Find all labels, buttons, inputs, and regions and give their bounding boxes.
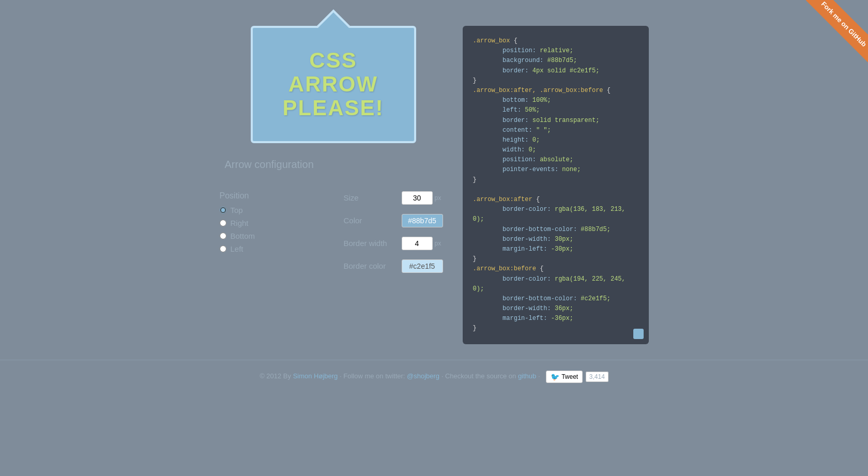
position-label: Position	[220, 191, 323, 201]
github-ribbon-link[interactable]: Fork me on GitHub	[806, 0, 868, 62]
radio-right-input[interactable]	[220, 220, 226, 226]
radio-bottom[interactable]: Bottom	[220, 232, 323, 240]
border-color-field-row: Border color	[344, 259, 447, 273]
footer-twitter-link[interactable]: @shojberg	[407, 372, 439, 380]
code-panel: .arrow_box { position: relative; backgro…	[463, 26, 649, 344]
left-area: CSS ARROW PLEASE! Arrow configuration Po…	[220, 26, 447, 293]
main-area: CSS ARROW PLEASE! Arrow configuration Po…	[220, 26, 649, 344]
radio-left[interactable]: Left	[220, 244, 323, 253]
config-section-title: Arrow configuration	[225, 159, 314, 171]
border-width-label: Border width	[344, 239, 395, 248]
footer-author-link[interactable]: Simon Højberg	[293, 372, 338, 380]
border-width-unit: px	[435, 240, 441, 247]
footer-checkout-text: · Checkout the source on	[441, 372, 518, 380]
radio-bottom-label: Bottom	[231, 232, 255, 240]
footer-github-link[interactable]: github	[518, 372, 536, 380]
arrow-box-container: CSS ARROW PLEASE!	[251, 26, 416, 143]
border-width-input-group: px	[402, 237, 441, 250]
radio-right[interactable]: Right	[220, 219, 323, 227]
tweet-button[interactable]: 🐦 Tweet	[546, 371, 583, 383]
size-field-row: Size px	[344, 191, 447, 205]
copy-icon[interactable]	[633, 329, 644, 339]
border-width-field-row: Border width px	[344, 237, 447, 250]
twitter-bird-icon: 🐦	[551, 373, 559, 381]
color-label: Color	[344, 216, 395, 225]
radio-top-input[interactable]	[220, 207, 226, 213]
main-content: CSS ARROW PLEASE! Arrow configuration Po…	[0, 0, 868, 393]
arrow-box-preview: CSS ARROW PLEASE!	[251, 26, 416, 143]
radio-left-label: Left	[231, 244, 243, 253]
footer-copyright: © 2012 By	[260, 372, 293, 380]
size-input[interactable]	[402, 191, 433, 205]
size-unit: px	[435, 194, 441, 202]
radio-top[interactable]: Top	[220, 206, 323, 214]
border-color-input[interactable]	[402, 259, 443, 273]
position-config: Position Top Right Bottom	[220, 191, 323, 282]
tweet-count: 3,414	[586, 372, 608, 382]
footer-follow-text: · Follow me on twitter:	[340, 372, 407, 380]
right-config: Size px Color Border width	[344, 191, 447, 282]
size-input-group: px	[402, 191, 441, 205]
github-ribbon[interactable]: Fork me on GitHub	[806, 0, 868, 62]
radio-top-label: Top	[231, 206, 243, 214]
color-input[interactable]	[402, 214, 443, 227]
radio-bottom-input[interactable]	[220, 233, 226, 239]
border-color-label: Border color	[344, 262, 395, 270]
footer-spacer: ·	[538, 372, 542, 380]
radio-right-label: Right	[231, 219, 249, 227]
footer: © 2012 By Simon Højberg · Follow me on t…	[0, 360, 868, 393]
config-panel: Position Top Right Bottom	[220, 191, 447, 282]
arrow-box-title: CSS ARROW PLEASE!	[268, 49, 399, 120]
tweet-label: Tweet	[561, 373, 578, 380]
size-label: Size	[344, 193, 395, 202]
radio-left-input[interactable]	[220, 245, 226, 252]
color-field-row: Color	[344, 214, 447, 227]
border-width-input[interactable]	[402, 237, 433, 250]
code-content: .arrow_box { position: relative; backgro…	[473, 36, 638, 334]
